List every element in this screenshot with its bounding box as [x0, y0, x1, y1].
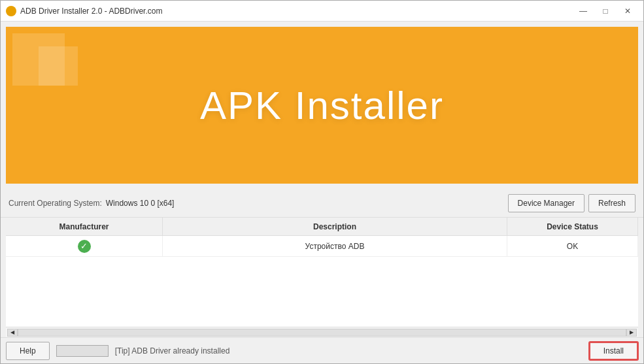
action-buttons: Device Manager Refresh: [508, 194, 636, 212]
device-manager-button[interactable]: Device Manager: [508, 194, 585, 212]
refresh-button[interactable]: Refresh: [588, 194, 636, 212]
window-title: ADB Driver Installer 2.0 - ADBDriver.com: [20, 7, 162, 16]
table-row[interactable]: ✓ Устройство ADB OK: [6, 236, 638, 257]
app-icon: [6, 6, 16, 16]
col-description: Description: [163, 218, 507, 235]
titlebar-left: ADB Driver Installer 2.0 - ADBDriver.com: [6, 6, 162, 16]
info-row: Current Operating System: Windows 10 0 […: [1, 189, 643, 218]
banner-decoration-2: [39, 46, 78, 86]
titlebar: ADB Driver Installer 2.0 - ADBDriver.com…: [1, 1, 643, 22]
main-window: ADB Driver Installer 2.0 - ADBDriver.com…: [0, 0, 644, 364]
close-button[interactable]: ✕: [617, 5, 638, 18]
install-button[interactable]: Install: [589, 342, 638, 360]
scrollbar-track[interactable]: [18, 329, 626, 337]
horizontal-scrollbar[interactable]: ◀ ▶: [6, 327, 638, 337]
table-header: Manufacturer Description Device Status: [6, 218, 638, 236]
scroll-right-arrow[interactable]: ▶: [626, 329, 637, 337]
device-table: Manufacturer Description Device Status ✓…: [6, 218, 638, 327]
cell-description: Устройство ADB: [163, 236, 507, 256]
window-controls: — □ ✕: [573, 5, 638, 18]
table-body: ✓ Устройство ADB OK: [6, 236, 638, 327]
maximize-button[interactable]: □: [595, 5, 616, 18]
scroll-left-arrow[interactable]: ◀: [7, 329, 18, 337]
os-info: Current Operating System: Windows 10 0 […: [8, 199, 503, 208]
col-device-status: Device Status: [507, 218, 638, 235]
cell-manufacturer: ✓: [6, 236, 163, 256]
minimize-button[interactable]: —: [573, 5, 594, 18]
check-icon: ✓: [78, 240, 91, 253]
tip-text: [Tip] ADB Driver already installed: [115, 346, 583, 356]
help-button[interactable]: Help: [6, 342, 50, 360]
bottom-bar: Help [Tip] ADB Driver already installed …: [1, 337, 643, 363]
app-content: APK Installer Current Operating System: …: [1, 22, 643, 363]
progress-bar: [56, 345, 109, 357]
cell-device-status: OK: [507, 236, 638, 256]
banner-title: APK Installer: [200, 83, 444, 128]
banner-area: APK Installer: [6, 27, 638, 184]
col-manufacturer: Manufacturer: [6, 218, 163, 235]
os-label: Current Operating System:: [8, 199, 102, 208]
os-value: Windows 10 0 [x64]: [106, 199, 175, 208]
empty-rows: [6, 257, 638, 296]
